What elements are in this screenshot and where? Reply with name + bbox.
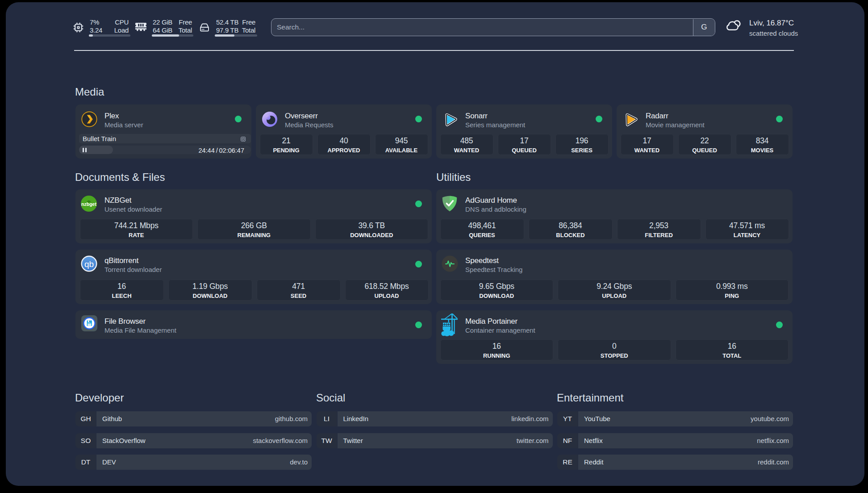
- svg-text:nzbget: nzbget: [81, 201, 96, 207]
- svg-text:qb: qb: [84, 259, 94, 269]
